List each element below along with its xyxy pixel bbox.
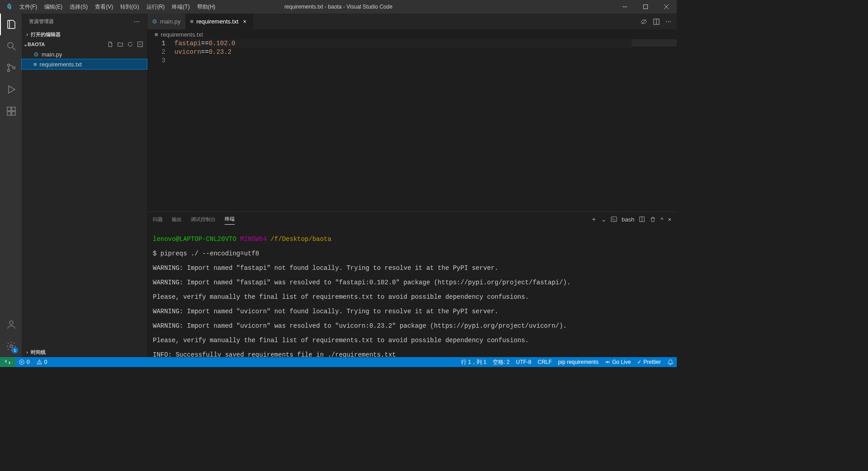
close-panel-icon[interactable]: × (668, 216, 671, 223)
chevron-right-icon: › (24, 32, 31, 37)
status-warnings[interactable]: 0 (33, 357, 51, 367)
file-name: main.py (42, 51, 62, 58)
close-button[interactable] (656, 0, 677, 14)
close-tab-icon[interactable]: × (241, 18, 248, 25)
svg-rect-10 (7, 112, 11, 115)
chevron-right-icon: › (24, 349, 31, 355)
more-actions-icon[interactable]: ⋯ (665, 18, 671, 25)
text-file-icon: ≡ (155, 31, 158, 38)
folder-name: BAOTA (28, 42, 45, 47)
sidebar: 资源管理器 ⋯ › 打开的编辑器 ⌄ BAOTA ⚙ main.py ≡ r (22, 14, 147, 357)
new-file-icon[interactable] (107, 41, 115, 47)
activity-extensions[interactable] (0, 100, 22, 122)
activity-explorer[interactable] (0, 14, 22, 35)
status-prettier[interactable]: ✓Prettier (634, 357, 664, 367)
menu-run[interactable]: 运行(R) (143, 0, 169, 14)
window-title: requirements.txt - baota - Visual Studio… (284, 4, 392, 10)
menu-view[interactable]: 查看(V) (91, 0, 117, 14)
svg-point-27 (39, 363, 39, 363)
minimap[interactable] (632, 39, 677, 212)
status-golive[interactable]: Go Live (602, 357, 634, 367)
split-editor-icon[interactable] (653, 18, 660, 25)
svg-rect-12 (12, 107, 15, 111)
panel-tab-problems[interactable]: 问题 (153, 214, 163, 225)
open-editors-section[interactable]: › 打开的编辑器 (22, 29, 147, 39)
editor-area: ⚙ main.py ≡ requirements.txt × ⋯ ≡ requi… (147, 14, 677, 357)
menu-file[interactable]: 文件(F) (16, 0, 41, 14)
panel-tab-debug[interactable]: 调试控制台 (191, 214, 216, 225)
tab-label: main.py (160, 18, 181, 25)
svg-rect-20 (611, 217, 617, 222)
minimap-viewport[interactable] (632, 39, 677, 47)
svg-rect-9 (7, 107, 11, 111)
svg-rect-1 (644, 5, 648, 9)
folder-section[interactable]: ⌄ BAOTA (22, 39, 147, 49)
maximize-panel-icon[interactable]: ^ (660, 216, 663, 223)
kill-terminal-icon[interactable] (650, 216, 656, 222)
file-item-requirements-txt[interactable]: ≡ requirements.txt (22, 59, 147, 69)
code-content[interactable]: fastapi==0.102.0 uvicorn==0.23.2 (175, 39, 632, 212)
refresh-icon[interactable] (127, 41, 135, 47)
tab-main-py[interactable]: ⚙ main.py (147, 14, 186, 29)
open-editors-label: 打开的编辑器 (31, 31, 61, 38)
status-notifications[interactable] (664, 357, 677, 367)
text-file-icon: ≡ (33, 61, 37, 68)
timeline-section[interactable]: › 时间线 (22, 347, 147, 357)
timeline-label: 时间线 (31, 349, 46, 356)
vscode-logo-icon (0, 3, 16, 10)
new-terminal-icon[interactable]: ＋ (591, 215, 597, 223)
sidebar-title: 资源管理器 (29, 18, 54, 25)
activity-settings[interactable]: 1 (0, 335, 22, 357)
breadcrumb-item[interactable]: requirements.txt (161, 31, 203, 38)
sidebar-more-icon[interactable]: ⋯ (134, 18, 140, 25)
menu-select[interactable]: 选择(S) (66, 0, 91, 14)
activity-run-debug[interactable] (0, 79, 22, 100)
python-file-icon: ⚙ (152, 18, 157, 25)
split-terminal-icon[interactable] (639, 216, 645, 222)
menu-go[interactable]: 转到(G) (117, 0, 142, 14)
panel-tab-output[interactable]: 输出 (172, 214, 182, 225)
status-line-col[interactable]: 行 1，列 1 (458, 357, 490, 367)
svg-rect-11 (12, 112, 15, 115)
status-indent[interactable]: 空格: 2 (490, 357, 513, 367)
status-errors[interactable]: 0 (15, 357, 33, 367)
line-gutter: 1 2 3 (147, 39, 175, 212)
activity-search[interactable] (0, 35, 22, 57)
activity-source-control[interactable] (0, 57, 22, 79)
svg-point-8 (13, 67, 15, 69)
terminal[interactable]: lenovo@LAPTOP-CNL20VTO MINGW64 /f/Deskto… (147, 226, 677, 357)
status-language[interactable]: pip requirements (555, 357, 602, 367)
menu-terminal[interactable]: 终端(T) (168, 0, 193, 14)
svg-point-4 (8, 42, 13, 48)
python-file-icon: ⚙ (33, 51, 39, 58)
tab-requirements-txt[interactable]: ≡ requirements.txt × (186, 14, 254, 29)
svg-line-5 (13, 47, 15, 50)
menu-help[interactable]: 帮助(H) (193, 0, 219, 14)
activity-bar: 1 (0, 14, 22, 357)
terminal-name[interactable]: bash (622, 216, 634, 223)
svg-point-6 (8, 64, 10, 66)
collapse-icon[interactable] (137, 41, 145, 47)
terminal-shell-icon (611, 216, 617, 222)
menu-bar: 文件(F) 编辑(E) 选择(S) 查看(V) 转到(G) 运行(R) 终端(T… (16, 0, 219, 14)
settings-badge: 1 (12, 347, 18, 353)
status-encoding[interactable]: UTF-8 (513, 357, 534, 367)
status-eol[interactable]: CRLF (534, 357, 555, 367)
svg-point-28 (607, 362, 608, 363)
toggle-render-icon[interactable] (640, 18, 647, 25)
menu-edit[interactable]: 编辑(E) (41, 0, 66, 14)
new-folder-icon[interactable] (117, 41, 125, 47)
code-editor[interactable]: 1 2 3 fastapi==0.102.0 uvicorn==0.23.2 (147, 39, 677, 212)
svg-point-13 (9, 321, 13, 325)
minimize-button[interactable] (614, 0, 635, 14)
tab-label: requirements.txt (196, 18, 238, 25)
activity-account[interactable] (0, 314, 22, 335)
maximize-button[interactable] (635, 0, 656, 14)
titlebar: 文件(F) 编辑(E) 选择(S) 查看(V) 转到(G) 运行(R) 终端(T… (0, 0, 677, 14)
breadcrumb[interactable]: ≡ requirements.txt (147, 29, 677, 39)
terminal-dropdown-icon[interactable]: ⌄ (601, 216, 606, 223)
panel-tab-terminal[interactable]: 终端 (225, 214, 235, 225)
statusbar: 0 0 行 1，列 1 空格: 2 UTF-8 CRLF pip require… (0, 357, 677, 367)
remote-indicator[interactable] (0, 357, 15, 367)
file-item-main-py[interactable]: ⚙ main.py (22, 49, 147, 59)
